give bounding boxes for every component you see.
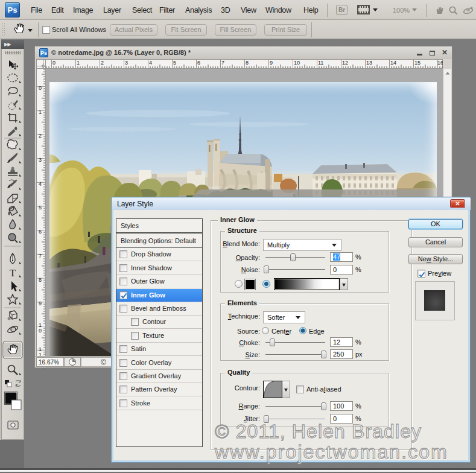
svg-text:0: 0: [52, 60, 56, 66]
svg-text:3: 3: [39, 157, 42, 163]
svg-text:11: 11: [318, 60, 323, 66]
svg-text:1: 1: [39, 109, 42, 115]
svg-text:15: 15: [414, 60, 420, 66]
svg-text:2: 2: [39, 133, 42, 139]
svg-text:16: 16: [437, 60, 443, 66]
svg-text:13: 13: [366, 60, 372, 66]
svg-text:0: 0: [39, 85, 42, 91]
svg-text:5: 5: [173, 60, 176, 66]
svg-text:0: 0: [39, 328, 42, 334]
svg-text:9: 9: [270, 60, 273, 66]
svg-text:7: 7: [39, 253, 42, 259]
svg-text:6: 6: [39, 229, 42, 235]
svg-text:6: 6: [197, 60, 200, 66]
svg-text:2: 2: [101, 60, 104, 66]
svg-text:3: 3: [125, 60, 128, 66]
svg-text:9: 9: [39, 300, 42, 306]
svg-text:12: 12: [342, 60, 348, 66]
svg-text:8: 8: [246, 60, 249, 66]
svg-text:5: 5: [39, 205, 42, 211]
svg-text:7: 7: [221, 60, 224, 66]
svg-text:4: 4: [149, 60, 152, 66]
svg-text:10: 10: [294, 60, 300, 66]
svg-text:14: 14: [390, 60, 396, 66]
svg-text:4: 4: [39, 181, 42, 187]
svg-text:T: T: [10, 267, 16, 279]
svg-text:8: 8: [39, 277, 42, 283]
svg-text:1: 1: [77, 60, 80, 66]
